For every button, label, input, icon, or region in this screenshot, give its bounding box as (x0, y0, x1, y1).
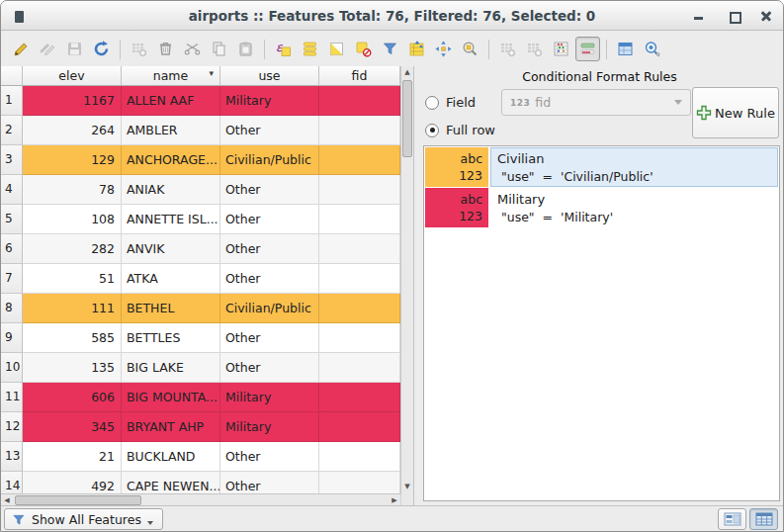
rule-item[interactable]: abc123Civilian "use" = 'Civilian/Public' (425, 147, 778, 187)
cell-name[interactable]: ANVIK (122, 234, 220, 264)
row-number[interactable]: 8 (1, 294, 23, 323)
cell-use[interactable]: Other (220, 442, 319, 472)
form-view-button[interactable] (718, 508, 746, 530)
deselect-all-button[interactable] (351, 37, 376, 61)
column-header-name[interactable]: name▾ (122, 66, 220, 86)
cell-name[interactable]: BETHEL (122, 294, 220, 323)
cell-fid[interactable] (319, 383, 400, 412)
cell-elev[interactable]: 21 (23, 442, 122, 472)
move-selection-to-top-button[interactable] (404, 37, 429, 61)
zoom-to-selection-button[interactable] (458, 37, 482, 61)
cell-fid[interactable] (319, 323, 400, 353)
column-header-use[interactable]: use (220, 66, 319, 86)
field-radio-option[interactable]: Field (425, 95, 476, 110)
cell-use[interactable]: Military (220, 383, 319, 412)
cell-name[interactable]: ATKA (122, 264, 220, 294)
row-number[interactable]: 10 (1, 353, 23, 383)
cell-use[interactable]: Other (220, 264, 319, 294)
row-number[interactable]: 5 (1, 205, 23, 234)
cell-fid[interactable] (319, 353, 400, 383)
invert-selection-button[interactable] (324, 37, 349, 61)
conditional-formatting-button[interactable] (575, 37, 600, 61)
cell-name[interactable]: BETTLES (122, 323, 220, 353)
cell-name[interactable]: BUCKLAND (122, 442, 220, 472)
cell-fid[interactable] (319, 294, 400, 323)
cell-name[interactable]: ALLEN AAF (122, 86, 220, 116)
cell-use[interactable]: Other (220, 323, 319, 353)
column-header-fid[interactable]: fid (319, 66, 400, 86)
select-all-button[interactable] (298, 37, 322, 61)
vertical-scrollbar[interactable]: ▲ ▼ (400, 66, 413, 493)
cell-fid[interactable] (319, 234, 400, 264)
vertical-scrollbar-thumb[interactable] (402, 80, 412, 157)
maximize-button[interactable] (722, 1, 747, 31)
cell-elev[interactable]: 135 (23, 353, 122, 383)
cell-elev[interactable]: 78 (23, 175, 122, 205)
cell-name[interactable]: BIG LAKE (122, 353, 220, 383)
cell-elev[interactable]: 585 (23, 323, 122, 353)
cell-use[interactable]: Other (220, 205, 319, 234)
full-row-radio-option[interactable]: Full row (425, 123, 495, 137)
row-number[interactable]: 13 (1, 442, 23, 472)
field-combo[interactable]: 123 fid (501, 89, 691, 116)
rule-item[interactable]: abc123Military "use" = 'Military' (425, 188, 778, 227)
reload-button[interactable] (89, 37, 114, 61)
table-view-button[interactable] (749, 508, 778, 530)
cell-elev[interactable]: 264 (23, 116, 122, 145)
column-header-elev[interactable]: elev (23, 66, 122, 86)
select-by-form-button[interactable] (378, 37, 402, 61)
cell-use[interactable]: Other (220, 175, 319, 205)
titlebar[interactable]: airports :: Features Total: 76, Filtered… (1, 1, 783, 31)
scroll-down-icon[interactable]: ▼ (401, 481, 413, 493)
full-row-radio[interactable] (425, 124, 439, 137)
cell-fid[interactable] (319, 116, 400, 145)
cell-fid[interactable] (319, 205, 400, 234)
cell-fid[interactable] (319, 412, 400, 442)
cell-use[interactable]: Civilian/Public (220, 145, 319, 175)
cell-elev[interactable]: 129 (23, 145, 122, 175)
cell-elev[interactable]: 108 (23, 205, 122, 234)
field-radio[interactable] (425, 96, 439, 110)
row-number[interactable]: 3 (1, 145, 23, 175)
cell-fid[interactable] (319, 175, 400, 205)
cell-fid[interactable] (319, 145, 400, 175)
cell-name[interactable]: CAPE NEWEN... (122, 472, 220, 493)
row-number[interactable]: 7 (1, 264, 23, 294)
cell-fid[interactable] (319, 472, 400, 493)
cell-use[interactable]: Other (220, 234, 319, 264)
row-number[interactable]: 12 (1, 412, 23, 442)
cell-use[interactable]: Other (220, 116, 319, 145)
select-by-expression-button[interactable]: ε (271, 37, 296, 61)
cell-name[interactable]: BIG MOUNTA... (122, 383, 220, 412)
pan-to-selection-button[interactable] (431, 37, 456, 61)
horizontal-scrollbar-thumb[interactable] (15, 495, 141, 505)
toggle-editing-button[interactable] (9, 37, 34, 61)
cell-use[interactable]: Military (220, 412, 319, 442)
cell-elev[interactable]: 606 (23, 383, 122, 412)
cell-elev[interactable]: 111 (23, 294, 122, 323)
cell-use[interactable]: Civilian/Public (220, 294, 319, 323)
filter-mode-button[interactable]: Show All Features (4, 508, 163, 530)
cell-use[interactable]: Other (220, 472, 319, 493)
cell-name[interactable]: ANCHORAGE... (122, 145, 220, 175)
scroll-up-icon[interactable]: ▲ (401, 66, 413, 79)
row-number[interactable]: 14 (1, 472, 23, 493)
cell-use[interactable]: Other (220, 353, 319, 383)
search-widget-button[interactable] (640, 37, 664, 61)
row-number[interactable]: 2 (1, 116, 23, 145)
close-button[interactable] (753, 1, 779, 31)
row-number[interactable]: 9 (1, 323, 23, 353)
cell-name[interactable]: ANIAK (122, 175, 220, 205)
cell-fid[interactable] (319, 442, 400, 472)
cell-elev[interactable]: 1167 (23, 86, 122, 116)
new-rule-button[interactable]: New Rule (692, 87, 779, 138)
cell-elev[interactable]: 282 (23, 234, 122, 264)
cell-elev[interactable]: 51 (23, 264, 122, 294)
row-number[interactable]: 4 (1, 175, 23, 205)
field-calculator-button[interactable] (549, 37, 573, 61)
table-corner-header[interactable] (1, 66, 23, 86)
dock-table-button[interactable] (613, 37, 638, 61)
cell-elev[interactable]: 492 (23, 472, 122, 493)
cell-fid[interactable] (319, 86, 400, 116)
cell-fid[interactable] (319, 264, 400, 294)
